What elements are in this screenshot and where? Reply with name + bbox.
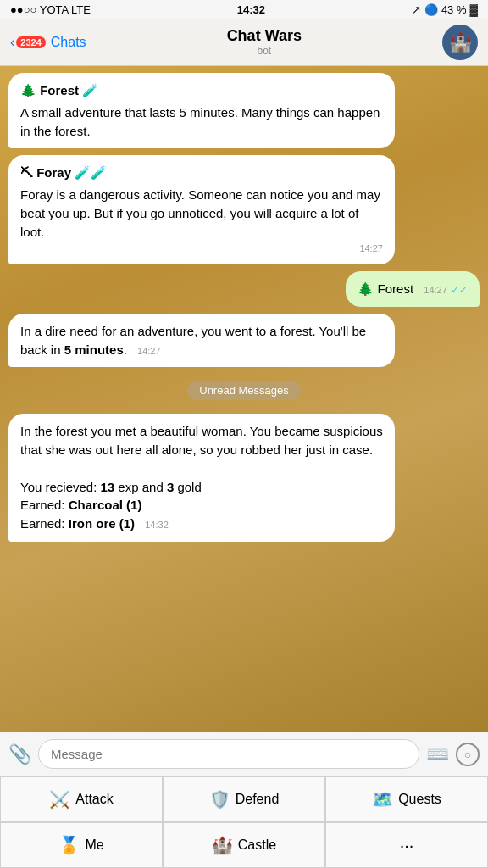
me-button[interactable]: 🏅 Me <box>0 822 163 868</box>
carrier-info: ●●○○ YOTA LTE <box>10 3 91 16</box>
message-5-para1: In the forest you met a beautiful woman.… <box>20 422 383 459</box>
quests-button[interactable]: 🗺️ Quests <box>325 776 488 822</box>
message-3-ticks: ✓✓ <box>451 284 468 296</box>
more-icon: ··· <box>400 836 414 855</box>
attack-label: Attack <box>75 792 113 807</box>
message-4-body: In a dire need for an adventure, you wen… <box>20 324 366 357</box>
message-2-body: Foray is a dangerous activity. Someone c… <box>20 186 383 241</box>
message-2-time: 14:27 <box>20 242 383 256</box>
message-5-para2: You recieved: 13 exp and 3 gold <box>20 478 383 497</box>
bluetooth-icon: 🔵 <box>424 3 438 16</box>
chat-content: 🌲 Forest 🧪 A small adventure that lasts … <box>8 73 480 542</box>
message-5-line3: Earned: Charcoal (1) <box>20 496 383 515</box>
message-input[interactable] <box>38 739 419 769</box>
defend-label: Defend <box>236 792 280 807</box>
input-bar: 📎 ⌨️ ○ <box>0 732 488 776</box>
defend-button[interactable]: 🛡️ Defend <box>163 776 325 822</box>
me-label: Me <box>85 837 103 853</box>
message-3-time: 14:27 <box>424 285 447 295</box>
nav-bar: ‹ 2324 Chats Chat Wars bot 🏰 <box>0 19 488 66</box>
message-1-header: 🌲 Forest 🧪 <box>20 81 383 100</box>
status-time: 14:32 <box>237 3 265 16</box>
chat-subtitle: bot <box>227 45 302 57</box>
chat-title: Chat Wars <box>227 27 302 45</box>
message-4-time: 14:27 <box>137 346 161 356</box>
camera-button[interactable]: ○ <box>456 743 480 766</box>
more-button[interactable]: ··· <box>325 822 488 868</box>
message-2-header: ⛏ Foray 🧪🧪 <box>20 164 383 182</box>
attach-button[interactable]: 📎 <box>8 743 31 765</box>
status-bar: ●●○○ YOTA LTE 14:32 ↗ 🔵 43 % ▓ <box>0 0 488 19</box>
chat-area: 🌲 Forest 🧪 A small adventure that lasts … <box>0 66 488 732</box>
back-label[interactable]: Chats <box>51 35 86 50</box>
signal-dots: ●●○○ YOTA LTE <box>10 3 91 16</box>
back-button[interactable]: ‹ 2324 Chats <box>10 35 86 50</box>
back-chevron-icon: ‹ <box>10 35 14 50</box>
unread-divider: Unread Messages <box>8 381 480 400</box>
message-1-body: A small adventure that lasts 5 minutes. … <box>20 103 383 141</box>
status-right: ↗ 🔵 43 % ▓ <box>412 3 478 16</box>
message-4: In a dire need for an adventure, you wen… <box>8 314 395 368</box>
avatar[interactable]: 🏰 <box>442 25 478 60</box>
message-5-time: 14:32 <box>145 520 169 530</box>
defend-icon: 🛡️ <box>209 789 230 810</box>
castle-label: Castle <box>238 837 276 853</box>
battery-level: 43 % <box>441 3 467 16</box>
nav-badge: 2324 <box>16 36 45 48</box>
message-1: 🌲 Forest 🧪 A small adventure that lasts … <box>8 73 395 148</box>
me-icon: 🏅 <box>58 835 80 855</box>
keyboard-button[interactable]: ⌨️ <box>426 743 449 765</box>
quests-label: Quests <box>398 792 441 807</box>
attack-button[interactable]: ⚔️ Attack <box>0 776 163 822</box>
message-3-text: 🌲 Forest <box>358 281 413 296</box>
battery-icon: ▓ <box>470 3 478 16</box>
castle-icon: 🏰 <box>212 835 233 855</box>
unread-label: Unread Messages <box>187 381 301 400</box>
arrow-icon: ↗ <box>412 3 421 16</box>
action-grid: ⚔️ Attack 🛡️ Defend 🗺️ Quests 🏅 Me 🏰 Cas… <box>0 776 488 868</box>
quests-icon: 🗺️ <box>372 789 393 810</box>
message-5-line4: Earned: Iron ore (1) 14:32 <box>20 515 383 533</box>
message-5: In the forest you met a beautiful woman.… <box>8 414 395 542</box>
message-3: 🌲 Forest 14:27 ✓✓ <box>346 271 480 307</box>
castle-button[interactable]: 🏰 Castle <box>163 822 325 868</box>
attack-icon: ⚔️ <box>49 789 70 810</box>
message-2: ⛏ Foray 🧪🧪 Foray is a dangerous activity… <box>8 155 395 264</box>
nav-center: Chat Wars bot <box>227 27 302 57</box>
